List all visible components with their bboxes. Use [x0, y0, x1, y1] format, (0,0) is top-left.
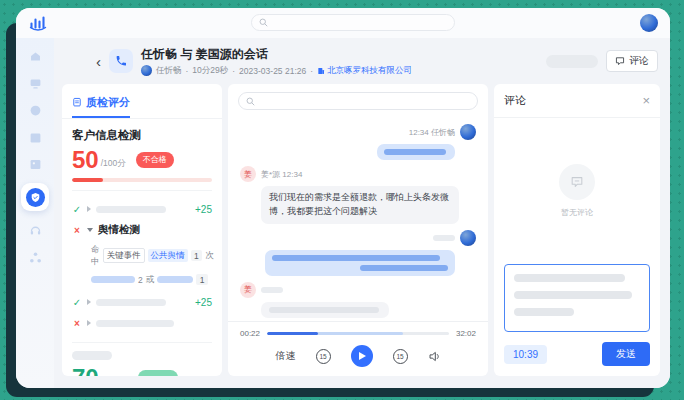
- caret-right-icon[interactable]: [87, 320, 91, 326]
- redacted-draft-line: [514, 274, 625, 282]
- skip-forward-15-icon[interactable]: 15: [393, 349, 408, 364]
- public-sentiment-tag: 公共舆情: [148, 249, 188, 262]
- call-type-badge: [109, 49, 133, 73]
- rule-item[interactable]: ✓ +25: [72, 199, 212, 220]
- sidebar-item-gallery[interactable]: [27, 156, 43, 172]
- close-icon[interactable]: ×: [642, 94, 650, 107]
- agent-avatar: [141, 65, 152, 76]
- sentiment-detail-line2: 2 或 1: [91, 274, 212, 286]
- rule-item[interactable]: ✓ +25: [72, 292, 212, 313]
- global-search[interactable]: [251, 14, 455, 31]
- conversation-header: ‹ 任忻畅 与 姜国源的会话 任忻畅 · 10分29秒 · 2023-03-25…: [62, 38, 660, 84]
- comments-empty-state: 暂无评论: [494, 118, 660, 264]
- global-search-input[interactable]: [272, 18, 447, 28]
- comment-icon: [615, 56, 625, 66]
- redacted-message-bubble: [265, 250, 455, 276]
- customer-avatar: 姜: [240, 166, 256, 182]
- redacted-meta-pill: [261, 287, 283, 293]
- building-icon: [317, 67, 325, 75]
- app-window: ‹ 任忻畅 与 姜国源的会话 任忻畅 · 10分29秒 · 2023-03-25…: [16, 8, 670, 388]
- agent-avatar: [460, 230, 476, 246]
- redacted-rule-label: [96, 299, 166, 306]
- hit-label: 命中: [91, 244, 100, 268]
- clock-icon: [29, 104, 42, 117]
- separator-dot: ·: [232, 66, 235, 76]
- count-2: 2: [138, 275, 143, 285]
- play-icon: [359, 352, 366, 360]
- send-button[interactable]: 发送: [602, 342, 650, 366]
- comment-toggle-button[interactable]: 评论: [606, 50, 658, 72]
- caret-right-icon[interactable]: [87, 299, 91, 305]
- unit-label: 次: [205, 250, 214, 262]
- agent-name: 任忻畅: [156, 65, 182, 77]
- rule-bonus: +25: [195, 204, 212, 215]
- seek-bar[interactable]: [267, 332, 449, 335]
- monitor-icon: [29, 77, 42, 90]
- company-link[interactable]: 北京啄罗科技有限公司: [317, 65, 412, 77]
- transcript-search[interactable]: [238, 92, 478, 110]
- empty-comments-text: 暂无评论: [561, 207, 593, 218]
- sidebar-item-home[interactable]: [27, 48, 43, 64]
- redacted-draft-line: [514, 308, 574, 316]
- caret-down-icon[interactable]: [87, 228, 93, 232]
- transcript-search-input[interactable]: [259, 96, 470, 106]
- volume-icon[interactable]: [428, 350, 441, 363]
- message-bubble: 我们现在的需求是全额退款，哪怕上头条发微博，我都要把这个问题解决: [261, 186, 459, 224]
- redacted-keyword-pill: [91, 276, 135, 283]
- score-progress-fill: [72, 178, 103, 182]
- separator-dot: ·: [186, 66, 189, 76]
- rule-bonus: +25: [195, 297, 212, 308]
- timestamp-tag[interactable]: 10:39: [504, 345, 547, 364]
- skip-back-15-icon[interactable]: 15: [316, 349, 331, 364]
- comments-title: 评论: [504, 93, 526, 108]
- call-duration: 10分29秒: [192, 65, 228, 77]
- gallery-icon: [29, 158, 42, 171]
- message-meta: 姜*源 12:34: [261, 169, 302, 180]
- keyword-event-tag: 关键事件: [103, 248, 145, 263]
- org-icon: [29, 251, 42, 264]
- score-max: /100分: [101, 158, 126, 170]
- redacted-rule-label: [96, 206, 166, 213]
- sidebar-item-monitor[interactable]: [27, 75, 43, 91]
- status-badge-pass-redacted: [138, 370, 178, 376]
- play-button[interactable]: [351, 345, 373, 367]
- sidebar-item-inspection-active[interactable]: [21, 183, 49, 211]
- redacted-text-bar: [269, 307, 379, 313]
- sidebar-item-clock[interactable]: [27, 102, 43, 118]
- sidebar-item-headset[interactable]: [27, 222, 43, 238]
- customer-avatar: 姜: [240, 282, 256, 298]
- comments-panel: 评论 × 暂无评论 10:39: [494, 84, 660, 376]
- sidebar-item-org[interactable]: [27, 249, 43, 265]
- redacted-keyword-pill: [157, 276, 193, 283]
- phone-icon: [115, 55, 127, 67]
- redacted-text-bar: [272, 255, 440, 261]
- headset-icon: [29, 224, 42, 237]
- redacted-message-bubble: [377, 144, 455, 160]
- rule-item-sentiment[interactable]: × 舆情检测: [72, 220, 212, 241]
- user-avatar[interactable]: [640, 14, 658, 32]
- back-button[interactable]: ‹: [96, 54, 101, 69]
- comment-input[interactable]: [504, 264, 650, 332]
- empty-comment-icon: [559, 164, 595, 200]
- message-customer: 姜 姜*源 12:34 我们现在的需求是全额退款，哪怕上头条发微博，我都要把这个…: [240, 166, 459, 224]
- message-list[interactable]: 12:34 任忻畅 姜 姜*源 12:34: [228, 114, 488, 321]
- message-agent: 12:34 任忻畅: [377, 124, 476, 160]
- cross-icon: ×: [72, 225, 82, 236]
- played-bar: [267, 332, 318, 335]
- score-card-title: 客户信息检测: [72, 128, 212, 143]
- search-icon: [246, 97, 255, 106]
- sidebar-item-calendar[interactable]: [27, 129, 43, 145]
- caret-right-icon[interactable]: [87, 206, 91, 212]
- status-badge-fail: 不合格: [136, 152, 174, 168]
- playback-speed-button[interactable]: 倍速: [276, 349, 296, 363]
- check-icon: ✓: [72, 297, 82, 308]
- rule-item[interactable]: ×: [72, 313, 212, 334]
- score-progress-track: [72, 178, 212, 182]
- message-agent-redacted: [265, 230, 476, 276]
- tab-quality-score[interactable]: 质检评分: [72, 95, 130, 118]
- check-icon: ✓: [72, 204, 82, 215]
- score-panel: 质检评分 客户信息检测 50 /100分 不合格 ✓: [62, 84, 222, 376]
- conversation-title: 任忻畅 与 姜国源的会话: [141, 46, 412, 63]
- global-topbar: [16, 8, 670, 38]
- search-icon: [259, 18, 268, 27]
